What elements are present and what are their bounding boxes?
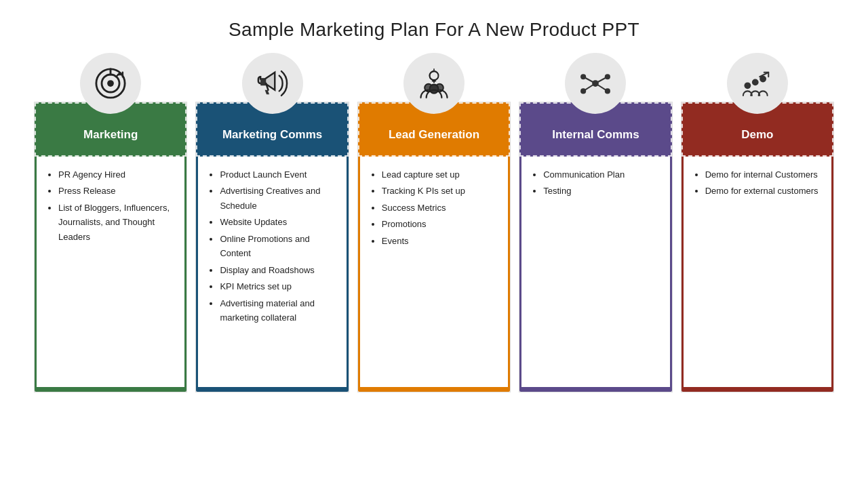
list-item: Promotions	[382, 217, 498, 231]
list-item: Online Promotions and Content	[220, 232, 336, 261]
svg-line-19	[584, 77, 596, 83]
demo-icon	[727, 53, 788, 114]
column-marketing: MarketingPR Agency HiredPress ReleaseLis…	[34, 53, 187, 392]
leadgen-content: Lead capture set upTracking K PIs set up…	[358, 157, 510, 387]
marketing-content: PR Agency HiredPress ReleaseList of Blog…	[35, 157, 186, 387]
svg-point-23	[744, 82, 751, 89]
page-title: Sample Marketing Plan For A New Product …	[229, 19, 639, 41]
icomms-icon	[565, 53, 626, 114]
column-icomms: Internal CommsCommunication PlanTesting	[519, 53, 672, 392]
marketing-bottom-bar	[35, 387, 186, 392]
list-item: Tracking K PIs set up	[382, 184, 498, 198]
svg-line-20	[595, 77, 608, 83]
svg-line-21	[584, 83, 596, 91]
leadgen-bottom-bar	[358, 387, 510, 392]
list-item: Success Metrics	[382, 201, 498, 215]
list-item: Testing	[543, 184, 660, 198]
columns-wrapper: MarketingPR Agency HiredPress ReleaseLis…	[27, 53, 841, 392]
mcomms-icon	[242, 53, 303, 114]
list-item: Display and Roadshows	[220, 263, 336, 277]
svg-line-22	[595, 83, 608, 91]
marketing-icon	[80, 53, 141, 114]
list-item: Demo for external customers	[705, 184, 822, 198]
demo-bottom-bar	[682, 387, 833, 392]
svg-point-24	[752, 79, 759, 86]
list-item: Advertising Creatives and Schedule	[220, 184, 336, 213]
list-item: Communication Plan	[543, 167, 660, 182]
list-item: PR Agency Hired	[58, 167, 175, 182]
icomms-content: Communication PlanTesting	[519, 157, 671, 387]
column-mcomms: Marketing CommsProduct Launch EventAdver…	[195, 53, 349, 392]
list-item: Product Launch Event	[220, 167, 336, 182]
list-item: KPI Metrics set up	[220, 279, 336, 293]
demo-content: Demo for internal CustomersDemo for exte…	[682, 157, 833, 387]
list-item: List of Bloggers, Influencers, Journalis…	[58, 201, 175, 244]
list-item: Events	[382, 234, 498, 248]
leadgen-icon	[403, 53, 465, 114]
icomms-bottom-bar	[519, 387, 671, 392]
svg-point-10	[430, 85, 439, 94]
svg-point-2	[107, 80, 114, 87]
mcomms-bottom-bar	[196, 387, 348, 392]
list-item: Lead capture set up	[382, 167, 498, 182]
mcomms-content: Product Launch EventAdvertising Creative…	[196, 157, 348, 387]
list-item: Website Updates	[220, 215, 336, 229]
column-demo: DemoDemo for internal CustomersDemo for …	[681, 53, 834, 392]
list-item: Demo for internal Customers	[705, 167, 822, 182]
list-item: Advertising material and marketing colla…	[220, 296, 336, 325]
list-item: Press Release	[58, 184, 175, 198]
svg-rect-7	[260, 79, 266, 86]
column-leadgen: Lead GenerationLead capture set upTracki…	[357, 53, 511, 392]
